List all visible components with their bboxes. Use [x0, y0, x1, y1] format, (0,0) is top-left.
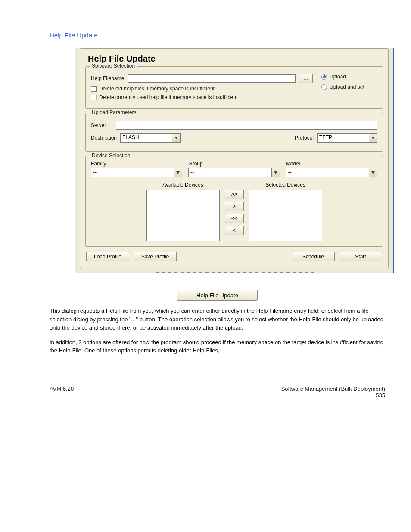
delete-current-checkbox-row: Delete currently used help file if memor… — [91, 94, 313, 100]
browse-button[interactable]: ... — [299, 74, 313, 83]
schedule-button[interactable]: Schedule — [292, 252, 335, 261]
upload-parameters-legend: Upload Parameters — [90, 109, 138, 115]
delete-old-checkbox-row[interactable]: Delete old help files if memory space is… — [91, 86, 313, 92]
chevron-down-icon[interactable] — [369, 168, 377, 177]
family-value: -- — [91, 168, 174, 177]
chevron-down-icon[interactable] — [174, 168, 182, 177]
body-paragraph-1: This dialog requests a Help-File from yo… — [50, 307, 385, 332]
upload-radio-row[interactable]: Upload — [321, 74, 377, 80]
group-select[interactable]: -- — [188, 168, 280, 177]
section-heading-link[interactable]: Help File Update — [50, 31, 98, 39]
group-value: -- — [188, 168, 271, 177]
model-value: -- — [286, 168, 369, 177]
model-select[interactable]: -- — [286, 168, 377, 177]
save-profile-button[interactable]: Save Profile — [134, 252, 177, 261]
footer-left: AVM 6.20 — [50, 386, 74, 398]
delete-old-checkbox[interactable] — [91, 86, 97, 92]
selected-devices-listbox[interactable] — [249, 190, 322, 241]
family-label: Family — [91, 161, 182, 167]
chevron-down-icon[interactable] — [271, 168, 280, 177]
upload-radio-label: Upload — [330, 74, 346, 80]
chevron-down-icon[interactable] — [172, 133, 181, 143]
add-button[interactable]: > — [225, 202, 244, 211]
start-button[interactable]: Start — [339, 252, 382, 261]
delete-old-label: Delete old help files if memory space is… — [99, 86, 215, 92]
footer-right-line1: Software Management (Bulk Deployment) — [281, 386, 385, 392]
figure-button-sample: Help File Update — [177, 290, 258, 301]
help-filename-label: Help Filename — [91, 75, 124, 81]
device-selection-legend: Device Selection — [90, 152, 132, 159]
body-paragraph-2: In addition, 2 options are offered for h… — [50, 338, 385, 355]
remove-all-button[interactable]: << — [225, 214, 244, 223]
help-filename-input[interactable] — [128, 74, 296, 83]
server-input[interactable] — [116, 121, 377, 130]
family-select[interactable]: -- — [91, 168, 182, 177]
panel-title: Help File Update — [88, 54, 383, 64]
delete-current-checkbox — [91, 95, 97, 100]
add-all-button[interactable]: >> — [225, 190, 244, 199]
upload-parameters-fieldset: Upload Parameters Server Destination FLA… — [85, 113, 383, 152]
upload-set-radio[interactable] — [321, 84, 327, 90]
remove-button[interactable]: < — [225, 226, 244, 235]
destination-value: FLASH — [120, 133, 172, 143]
upload-radio[interactable] — [321, 74, 327, 80]
server-label: Server — [91, 122, 112, 128]
software-selection-fieldset: Software Selection Help Filename ... Del… — [85, 66, 383, 109]
load-profile-button[interactable]: Load Profile — [86, 252, 129, 261]
protocol-select[interactable]: TFTP — [317, 133, 377, 143]
device-selection-fieldset: Device Selection Family -- Group -- — [85, 156, 383, 247]
destination-select[interactable]: FLASH — [120, 133, 181, 143]
selected-devices-label: Selected Devices — [265, 182, 305, 188]
upload-set-radio-label: Upload and set — [330, 84, 364, 90]
protocol-label: Protocol — [295, 135, 314, 141]
group-label: Group — [188, 161, 280, 167]
delete-current-label: Delete currently used help file if memor… — [99, 94, 237, 100]
footer-right-line2: 535 — [281, 392, 385, 398]
screenshot-container: Help File Update Software Selection Help… — [75, 48, 394, 273]
software-selection-legend: Software Selection — [90, 63, 137, 69]
upload-set-radio-row[interactable]: Upload and set — [321, 84, 377, 90]
protocol-value: TFTP — [317, 133, 369, 143]
model-label: Model — [286, 161, 377, 167]
destination-label: Destination — [91, 135, 117, 141]
chevron-down-icon[interactable] — [369, 133, 377, 143]
available-devices-listbox[interactable] — [146, 190, 220, 241]
available-devices-label: Available Devices — [162, 182, 203, 188]
